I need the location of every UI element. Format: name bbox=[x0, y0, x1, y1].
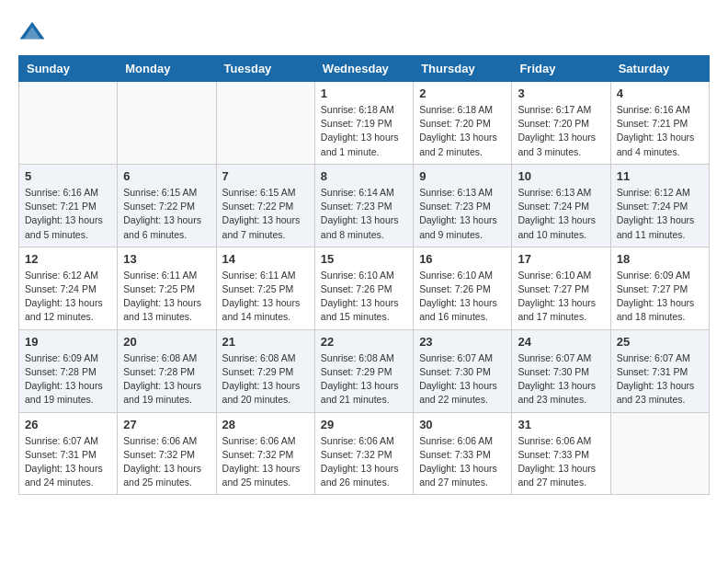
calendar-header-sunday: Sunday bbox=[19, 56, 118, 82]
day-number: 1 bbox=[321, 86, 407, 100]
day-number: 28 bbox=[222, 418, 309, 431]
day-info: Sunrise: 6:07 AM Sunset: 7:31 PM Dayligh… bbox=[25, 434, 111, 490]
calendar-cell: 1Sunrise: 6:18 AM Sunset: 7:19 PM Daylig… bbox=[314, 82, 413, 165]
day-number: 18 bbox=[617, 252, 703, 266]
calendar-cell: 17Sunrise: 6:10 AM Sunset: 7:27 PM Dayli… bbox=[512, 247, 610, 329]
calendar-cell: 15Sunrise: 6:10 AM Sunset: 7:26 PM Dayli… bbox=[314, 247, 413, 329]
calendar-header-row: SundayMondayTuesdayWednesdayThursdayFrid… bbox=[19, 56, 710, 82]
calendar-cell: 3Sunrise: 6:17 AM Sunset: 7:20 PM Daylig… bbox=[512, 82, 610, 165]
day-number: 5 bbox=[25, 169, 111, 183]
calendar-table: SundayMondayTuesdayWednesdayThursdayFrid… bbox=[18, 55, 710, 495]
day-number: 16 bbox=[419, 252, 506, 266]
day-number: 27 bbox=[123, 418, 210, 431]
day-number: 3 bbox=[518, 86, 604, 100]
day-info: Sunrise: 6:17 AM Sunset: 7:20 PM Dayligh… bbox=[518, 103, 604, 159]
day-info: Sunrise: 6:06 AM Sunset: 7:33 PM Dayligh… bbox=[518, 434, 604, 490]
day-info: Sunrise: 6:08 AM Sunset: 7:28 PM Dayligh… bbox=[123, 351, 210, 408]
calendar-cell: 13Sunrise: 6:11 AM Sunset: 7:25 PM Dayli… bbox=[118, 247, 216, 329]
day-info: Sunrise: 6:10 AM Sunset: 7:26 PM Dayligh… bbox=[419, 269, 506, 325]
day-info: Sunrise: 6:07 AM Sunset: 7:31 PM Dayligh… bbox=[617, 351, 703, 408]
calendar-cell: 11Sunrise: 6:12 AM Sunset: 7:24 PM Dayli… bbox=[610, 164, 709, 247]
calendar-cell: 22Sunrise: 6:08 AM Sunset: 7:29 PM Dayli… bbox=[314, 329, 413, 412]
day-info: Sunrise: 6:16 AM Sunset: 7:21 PM Dayligh… bbox=[617, 103, 703, 159]
day-info: Sunrise: 6:08 AM Sunset: 7:29 PM Dayligh… bbox=[222, 351, 309, 408]
day-info: Sunrise: 6:15 AM Sunset: 7:22 PM Dayligh… bbox=[222, 186, 309, 242]
calendar-cell: 16Sunrise: 6:10 AM Sunset: 7:26 PM Dayli… bbox=[414, 247, 512, 329]
calendar-cell: 20Sunrise: 6:08 AM Sunset: 7:28 PM Dayli… bbox=[118, 329, 216, 412]
calendar-header-tuesday: Tuesday bbox=[216, 56, 314, 82]
day-info: Sunrise: 6:14 AM Sunset: 7:23 PM Dayligh… bbox=[321, 186, 407, 242]
day-info: Sunrise: 6:06 AM Sunset: 7:33 PM Dayligh… bbox=[419, 434, 506, 490]
day-number: 11 bbox=[617, 169, 703, 183]
calendar-week-row: 1Sunrise: 6:18 AM Sunset: 7:19 PM Daylig… bbox=[19, 82, 710, 165]
calendar-cell: 2Sunrise: 6:18 AM Sunset: 7:20 PM Daylig… bbox=[414, 82, 512, 165]
day-info: Sunrise: 6:08 AM Sunset: 7:29 PM Dayligh… bbox=[321, 351, 407, 408]
day-number: 6 bbox=[123, 169, 210, 183]
day-info: Sunrise: 6:07 AM Sunset: 7:30 PM Dayligh… bbox=[518, 351, 604, 408]
day-number: 8 bbox=[321, 169, 407, 183]
calendar-cell: 21Sunrise: 6:08 AM Sunset: 7:29 PM Dayli… bbox=[216, 329, 314, 412]
day-info: Sunrise: 6:15 AM Sunset: 7:22 PM Dayligh… bbox=[123, 186, 210, 242]
day-number: 23 bbox=[419, 335, 506, 349]
day-number: 4 bbox=[617, 86, 703, 100]
calendar-cell: 9Sunrise: 6:13 AM Sunset: 7:23 PM Daylig… bbox=[414, 164, 512, 247]
day-number: 7 bbox=[222, 169, 309, 183]
day-info: Sunrise: 6:09 AM Sunset: 7:27 PM Dayligh… bbox=[617, 269, 703, 325]
day-info: Sunrise: 6:12 AM Sunset: 7:24 PM Dayligh… bbox=[617, 186, 703, 242]
day-info: Sunrise: 6:11 AM Sunset: 7:25 PM Dayligh… bbox=[222, 269, 309, 325]
day-info: Sunrise: 6:10 AM Sunset: 7:26 PM Dayligh… bbox=[321, 269, 407, 325]
calendar-cell: 31Sunrise: 6:06 AM Sunset: 7:33 PM Dayli… bbox=[512, 412, 610, 495]
day-info: Sunrise: 6:12 AM Sunset: 7:24 PM Dayligh… bbox=[25, 269, 111, 325]
day-number: 19 bbox=[25, 335, 111, 349]
calendar-cell bbox=[216, 82, 314, 165]
calendar-cell: 19Sunrise: 6:09 AM Sunset: 7:28 PM Dayli… bbox=[19, 329, 118, 412]
day-number: 10 bbox=[518, 169, 604, 183]
logo bbox=[18, 18, 50, 46]
day-number: 2 bbox=[419, 86, 506, 100]
day-info: Sunrise: 6:13 AM Sunset: 7:23 PM Dayligh… bbox=[419, 186, 506, 242]
day-number: 21 bbox=[222, 335, 309, 349]
calendar-week-row: 5Sunrise: 6:16 AM Sunset: 7:21 PM Daylig… bbox=[19, 164, 710, 247]
calendar-header-thursday: Thursday bbox=[414, 56, 512, 82]
calendar-cell: 29Sunrise: 6:06 AM Sunset: 7:32 PM Dayli… bbox=[314, 412, 413, 495]
day-info: Sunrise: 6:18 AM Sunset: 7:20 PM Dayligh… bbox=[419, 103, 506, 159]
calendar-cell: 12Sunrise: 6:12 AM Sunset: 7:24 PM Dayli… bbox=[19, 247, 118, 329]
day-number: 17 bbox=[518, 252, 604, 266]
calendar-cell: 24Sunrise: 6:07 AM Sunset: 7:30 PM Dayli… bbox=[512, 329, 610, 412]
day-number: 9 bbox=[419, 169, 506, 183]
calendar-cell: 14Sunrise: 6:11 AM Sunset: 7:25 PM Dayli… bbox=[216, 247, 314, 329]
calendar-week-row: 26Sunrise: 6:07 AM Sunset: 7:31 PM Dayli… bbox=[19, 412, 710, 495]
calendar-cell: 26Sunrise: 6:07 AM Sunset: 7:31 PM Dayli… bbox=[19, 412, 118, 495]
day-number: 26 bbox=[25, 418, 111, 431]
day-info: Sunrise: 6:06 AM Sunset: 7:32 PM Dayligh… bbox=[222, 434, 309, 490]
calendar-cell: 6Sunrise: 6:15 AM Sunset: 7:22 PM Daylig… bbox=[118, 164, 216, 247]
day-info: Sunrise: 6:16 AM Sunset: 7:21 PM Dayligh… bbox=[25, 186, 111, 242]
page-header bbox=[18, 18, 710, 46]
day-info: Sunrise: 6:09 AM Sunset: 7:28 PM Dayligh… bbox=[25, 351, 111, 408]
day-info: Sunrise: 6:07 AM Sunset: 7:30 PM Dayligh… bbox=[419, 351, 506, 408]
calendar-cell bbox=[610, 412, 709, 495]
calendar-cell: 5Sunrise: 6:16 AM Sunset: 7:21 PM Daylig… bbox=[19, 164, 118, 247]
day-number: 30 bbox=[419, 418, 506, 431]
day-number: 15 bbox=[321, 252, 407, 266]
calendar-header-monday: Monday bbox=[118, 56, 216, 82]
calendar-cell: 25Sunrise: 6:07 AM Sunset: 7:31 PM Dayli… bbox=[610, 329, 709, 412]
calendar-header-wednesday: Wednesday bbox=[314, 56, 413, 82]
day-info: Sunrise: 6:06 AM Sunset: 7:32 PM Dayligh… bbox=[123, 434, 210, 490]
day-number: 25 bbox=[617, 335, 703, 349]
calendar-cell: 23Sunrise: 6:07 AM Sunset: 7:30 PM Dayli… bbox=[414, 329, 512, 412]
day-info: Sunrise: 6:06 AM Sunset: 7:32 PM Dayligh… bbox=[321, 434, 407, 490]
day-number: 13 bbox=[123, 252, 210, 266]
day-info: Sunrise: 6:10 AM Sunset: 7:27 PM Dayligh… bbox=[518, 269, 604, 325]
calendar-cell: 28Sunrise: 6:06 AM Sunset: 7:32 PM Dayli… bbox=[216, 412, 314, 495]
calendar-cell: 27Sunrise: 6:06 AM Sunset: 7:32 PM Dayli… bbox=[118, 412, 216, 495]
calendar-header-saturday: Saturday bbox=[610, 56, 709, 82]
day-number: 12 bbox=[25, 252, 111, 266]
day-info: Sunrise: 6:11 AM Sunset: 7:25 PM Dayligh… bbox=[123, 269, 210, 325]
calendar-cell: 30Sunrise: 6:06 AM Sunset: 7:33 PM Dayli… bbox=[414, 412, 512, 495]
calendar-cell: 7Sunrise: 6:15 AM Sunset: 7:22 PM Daylig… bbox=[216, 164, 314, 247]
day-number: 29 bbox=[321, 418, 407, 431]
logo-icon bbox=[18, 18, 46, 46]
day-number: 24 bbox=[518, 335, 604, 349]
calendar-header-friday: Friday bbox=[512, 56, 610, 82]
